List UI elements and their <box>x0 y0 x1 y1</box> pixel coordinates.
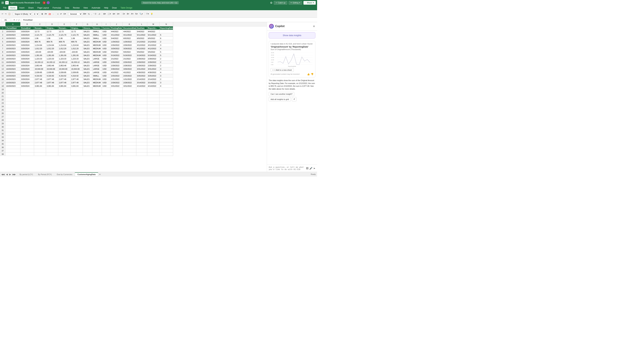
empty-cell[interactable] <box>34 146 46 149</box>
empty-cell[interactable] <box>58 105 70 108</box>
image-input-button[interactable]: 🖼 <box>306 167 308 170</box>
wrap-text-button[interactable]: ⇌ <box>60 12 62 15</box>
empty-cell[interactable] <box>147 108 160 112</box>
thumbs-down-button[interactable]: 👎 <box>311 73 314 76</box>
table-cell[interactable]: 4/1/2022 <box>110 71 123 74</box>
table-cell[interactable]: 1,223.33 <box>58 57 70 60</box>
empty-cell[interactable] <box>102 128 110 132</box>
table-cell[interactable]: MEDIUM <box>92 84 102 88</box>
empty-cell[interactable] <box>58 91 70 94</box>
empty-cell[interactable] <box>83 139 92 142</box>
empty-cell[interactable] <box>136 88 147 91</box>
table-cell[interactable]: 3 <box>160 74 173 78</box>
empty-cell[interactable] <box>46 94 58 98</box>
empty-cell[interactable] <box>83 88 92 91</box>
table-cell[interactable]: SALES <box>83 44 92 47</box>
empty-cell[interactable] <box>83 128 92 132</box>
insert-cells-button[interactable]: ⊕▾ <box>112 12 116 15</box>
table-cell[interactable]: MEDIUM <box>92 47 102 50</box>
table-cell[interactable]: USD <box>102 30 110 33</box>
empty-cell[interactable] <box>92 115 102 118</box>
table-cell[interactable]: 3/31/2022 <box>147 67 160 71</box>
empty-cell[interactable] <box>136 142 147 146</box>
row-num-22[interactable]: 22 <box>0 98 6 101</box>
empty-cell[interactable] <box>102 136 110 139</box>
empty-cell[interactable] <box>160 125 173 128</box>
empty-cell[interactable] <box>110 94 123 98</box>
empty-cell[interactable] <box>147 88 160 91</box>
table-cell[interactable]: 10/20/2023 <box>6 50 20 54</box>
table-cell[interactable]: 19,944.69 <box>58 67 70 71</box>
table-cell[interactable]: SALES <box>83 84 92 88</box>
empty-cell[interactable] <box>83 146 92 149</box>
table-cell[interactable]: 3/30/2022 <box>123 67 136 71</box>
table-cell[interactable]: 4/14/2022 <box>136 84 147 88</box>
table-cell[interactable]: USD <box>102 44 110 47</box>
empty-cell[interactable] <box>136 146 147 149</box>
empty-cell[interactable] <box>34 149 46 152</box>
empty-cell[interactable] <box>123 142 136 146</box>
empty-cell[interactable] <box>110 149 123 152</box>
table-cell[interactable]: USD <box>102 81 110 84</box>
table-cell[interactable]: 3/20/2024 <box>20 60 34 64</box>
empty-cell[interactable] <box>110 125 123 128</box>
table-cell[interactable]: 3,081.84 <box>58 84 70 88</box>
empty-cell[interactable] <box>123 136 136 139</box>
table-cell[interactable]: 2,877.48 <box>34 78 46 81</box>
empty-cell[interactable] <box>123 101 136 105</box>
empty-cell[interactable] <box>70 101 83 105</box>
share-button[interactable]: ↑ Share ▾ <box>304 1 316 4</box>
empty-cell[interactable] <box>20 152 34 156</box>
table-cell[interactable]: 2/28/2022 <box>136 57 147 60</box>
table-cell[interactable]: 1.06 <box>34 36 46 40</box>
empty-cell[interactable] <box>34 142 46 146</box>
empty-cell[interactable] <box>102 94 110 98</box>
table-cell[interactable]: 5/5/2022 <box>147 50 160 54</box>
comma-button[interactable]: , <box>91 12 92 15</box>
row-num-32[interactable]: 32 <box>0 132 6 136</box>
empty-cell[interactable] <box>20 122 34 125</box>
table-cell[interactable]: 2,877.48 <box>70 78 83 81</box>
table-cell[interactable]: 4 <box>160 84 173 88</box>
empty-cell[interactable] <box>70 98 83 101</box>
empty-cell[interactable] <box>70 108 83 112</box>
row-num-11[interactable]: 11 <box>0 60 6 64</box>
row-num-20[interactable]: 20 <box>0 91 6 94</box>
row-num-3[interactable]: 3 <box>0 33 6 36</box>
table-cell[interactable]: 1/29/2022 <box>110 40 123 44</box>
table-cell[interactable]: 2,039.85 <box>46 71 58 74</box>
empty-cell[interactable] <box>92 128 102 132</box>
empty-cell[interactable] <box>102 139 110 142</box>
fill-color-button[interactable]: A▾ <box>44 12 48 15</box>
empty-cell[interactable] <box>160 139 173 142</box>
empty-cell[interactable] <box>83 101 92 105</box>
empty-cell[interactable] <box>92 108 102 112</box>
empty-cell[interactable] <box>6 146 20 149</box>
empty-cell[interactable] <box>34 108 46 112</box>
table-cell[interactable]: 4,316.92 <box>70 74 83 78</box>
empty-cell[interactable] <box>110 139 123 142</box>
empty-cell[interactable] <box>160 132 173 136</box>
col-header-b[interactable]: B <box>20 22 34 26</box>
empty-cell[interactable] <box>34 91 46 94</box>
row-num-15[interactable]: 15 <box>0 74 6 78</box>
table-cell[interactable]: 12.72 <box>46 30 58 33</box>
table-cell[interactable]: 5/5/2022 <box>110 50 123 54</box>
empty-cell[interactable] <box>6 139 20 142</box>
table-cell[interactable]: 10/20/2023 <box>6 81 20 84</box>
empty-cell[interactable] <box>147 136 160 139</box>
empty-cell[interactable] <box>83 125 92 128</box>
empty-cell[interactable] <box>70 149 83 152</box>
table-cell[interactable]: LARGE <box>92 67 102 71</box>
fontsize-selector[interactable]: 10 <box>32 12 39 16</box>
table-cell[interactable]: 10/20/2023 <box>6 60 20 64</box>
empty-cell[interactable] <box>6 115 20 118</box>
empty-cell[interactable] <box>46 149 58 152</box>
empty-cell[interactable] <box>46 136 58 139</box>
table-cell[interactable]: -103.00 <box>58 50 70 54</box>
table-cell[interactable]: SALES <box>83 30 92 33</box>
table-cell[interactable]: SALES <box>83 36 92 40</box>
empty-cell[interactable] <box>6 125 20 128</box>
table-cell[interactable]: USD <box>102 71 110 74</box>
table-cell[interactable]: 16,333.12 <box>46 60 58 64</box>
